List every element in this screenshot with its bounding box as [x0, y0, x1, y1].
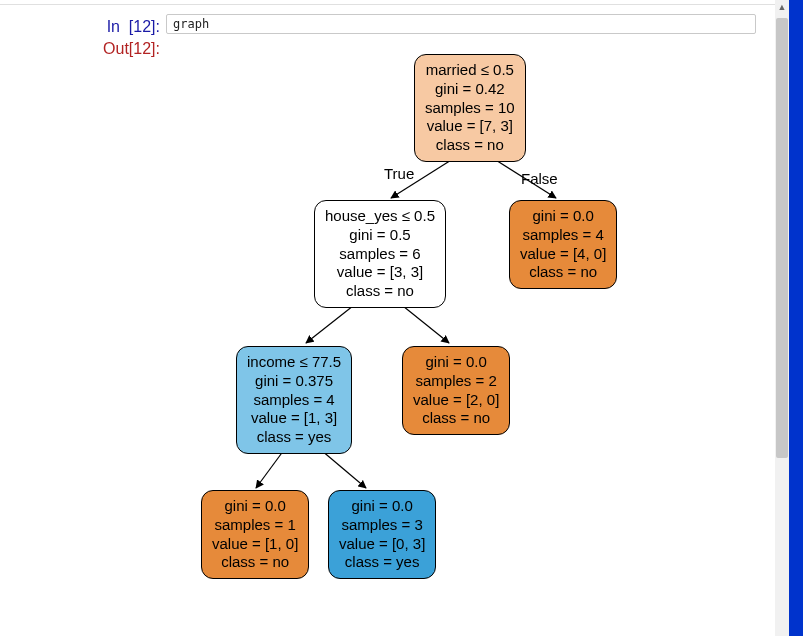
node-line: class = no: [212, 553, 298, 572]
svg-line-2: [306, 302, 358, 343]
node-line: class = no: [325, 282, 435, 301]
node-line: class = no: [425, 136, 515, 155]
node-line: income ≤ 77.5: [247, 353, 341, 372]
node-line: samples = 2: [413, 372, 499, 391]
tree-node-leaf-right: gini = 0.0 samples = 3 value = [0, 3] cl…: [328, 490, 436, 579]
node-line: gini = 0.0: [413, 353, 499, 372]
node-line: samples = 10: [425, 99, 515, 118]
tree-node-left1: house_yes ≤ 0.5 gini = 0.5 samples = 6 v…: [314, 200, 446, 308]
node-line: value = [3, 3]: [325, 263, 435, 282]
node-line: samples = 4: [247, 391, 341, 410]
node-line: gini = 0.0: [520, 207, 606, 226]
vertical-scrollbar-thumb[interactable]: [776, 18, 788, 458]
tree-node-right2: gini = 0.0 samples = 2 value = [2, 0] cl…: [402, 346, 510, 435]
node-line: value = [1, 3]: [247, 409, 341, 428]
node-line: value = [7, 3]: [425, 117, 515, 136]
svg-line-4: [256, 450, 284, 488]
node-line: value = [0, 3]: [339, 535, 425, 554]
node-line: value = [1, 0]: [212, 535, 298, 554]
scroll-up-arrow-icon[interactable]: ▲: [775, 0, 789, 14]
window-right-border: [789, 0, 803, 636]
node-line: gini = 0.0: [339, 497, 425, 516]
node-line: class = no: [413, 409, 499, 428]
node-line: house_yes ≤ 0.5: [325, 207, 435, 226]
toolbar-divider: [0, 4, 775, 5]
node-line: gini = 0.42: [425, 80, 515, 99]
node-line: gini = 0.0: [212, 497, 298, 516]
node-line: samples = 3: [339, 516, 425, 535]
node-line: class = yes: [247, 428, 341, 447]
code-cell-input[interactable]: graph: [166, 14, 756, 34]
output-graph: True False married ≤ 0.5 gini = 0.42 sam…: [166, 40, 756, 636]
node-line: gini = 0.5: [325, 226, 435, 245]
node-line: married ≤ 0.5: [425, 61, 515, 80]
node-line: samples = 1: [212, 516, 298, 535]
tree-node-leaf-left: gini = 0.0 samples = 1 value = [1, 0] cl…: [201, 490, 309, 579]
svg-line-3: [398, 302, 449, 343]
notebook-content: In [12]: Out[12]: graph True False: [0, 0, 775, 636]
node-line: value = [2, 0]: [413, 391, 499, 410]
tree-node-right1: gini = 0.0 samples = 4 value = [4, 0] cl…: [509, 200, 617, 289]
node-line: class = no: [520, 263, 606, 282]
tree-node-left2: income ≤ 77.5 gini = 0.375 samples = 4 v…: [236, 346, 352, 454]
edge-label-true: True: [384, 165, 414, 182]
svg-line-5: [321, 450, 366, 488]
node-line: class = yes: [339, 553, 425, 572]
node-line: value = [4, 0]: [520, 245, 606, 264]
node-line: gini = 0.375: [247, 372, 341, 391]
code-cell-text: graph: [173, 17, 209, 31]
app-frame: ▲ In [12]: Out[12]: graph T: [0, 0, 803, 636]
input-prompt: In [12]:: [107, 18, 160, 36]
edge-label-false: False: [521, 170, 558, 187]
node-line: samples = 4: [520, 226, 606, 245]
tree-node-root: married ≤ 0.5 gini = 0.42 samples = 10 v…: [414, 54, 526, 162]
node-line: samples = 6: [325, 245, 435, 264]
output-prompt: Out[12]:: [103, 40, 160, 58]
